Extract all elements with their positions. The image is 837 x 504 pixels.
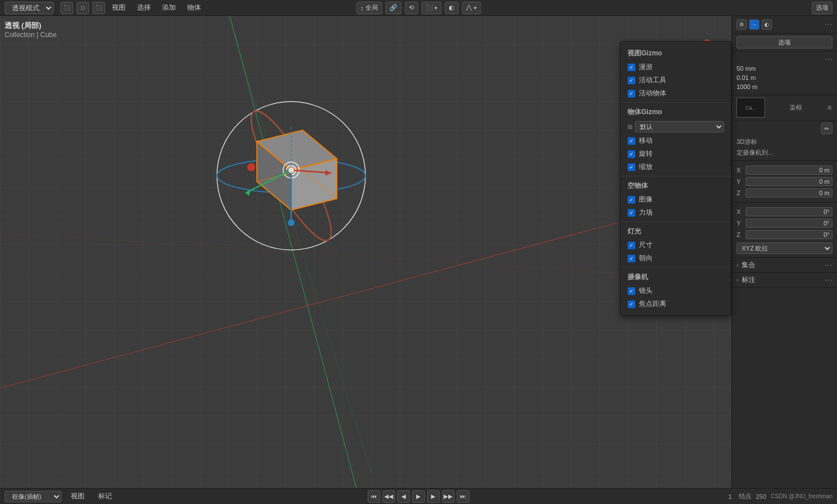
proportional-btn[interactable]: 🔗 xyxy=(385,2,401,14)
vertex-value: 250 xyxy=(756,493,766,500)
ry-input[interactable] xyxy=(746,219,832,228)
rot-mode-select[interactable]: XYZ 欧拉 xyxy=(737,243,832,254)
cb-focal-label: 焦点距离 xyxy=(639,299,666,309)
frame-number: 1 xyxy=(729,493,732,500)
gizmo-row-active-tool[interactable]: 活动工具 xyxy=(621,74,731,87)
gizmo-row-move[interactable]: 移动 xyxy=(621,134,731,147)
cb-size-label: 尺寸 xyxy=(639,240,653,250)
cb-move-label: 移动 xyxy=(639,136,653,146)
prev-frame-btn[interactable]: ◀ xyxy=(397,490,410,503)
top-center-controls: ↕ 全局 🔗 ⟲ ⬛ ▾ ◐ 八 ▾ xyxy=(356,2,481,14)
cb-direction-label: 朝向 xyxy=(639,253,653,263)
panel-icon-3[interactable]: ◐ xyxy=(762,19,772,30)
shading2-btn[interactable]: 八 ▾ xyxy=(462,2,481,14)
annotation-dots[interactable]: ⋯ xyxy=(824,276,832,285)
gizmo3d-label: 3D游标 xyxy=(737,138,757,146)
icon-global[interactable]: ⬛ xyxy=(61,2,73,14)
gizmo-row-lens[interactable]: 镜头 xyxy=(621,284,731,297)
bottom-right: 1 结点 250 CSDN @JNU_freshman xyxy=(729,492,832,501)
cb-navigate-label: 漫游 xyxy=(639,62,653,72)
menu-view[interactable]: 视图 xyxy=(107,2,130,14)
v1-row: 50 mm xyxy=(737,64,832,73)
icon-obj1[interactable]: □ xyxy=(77,2,89,14)
cb-image-label: 图像 xyxy=(639,195,653,204)
camera-preview: Ca... xyxy=(737,98,765,118)
options-label[interactable]: 选项 xyxy=(737,36,832,49)
viewport-mode-select[interactable]: 框像(插帧) xyxy=(5,491,62,502)
panel-options-btn[interactable]: ⋯ xyxy=(824,20,832,29)
cb-lens[interactable] xyxy=(627,287,635,295)
cb-scale[interactable] xyxy=(627,163,635,171)
gizmo-row-size[interactable]: 尺寸 xyxy=(621,239,731,252)
view-gizmo-title: 视图Gizmo xyxy=(621,46,731,61)
icon-obj2[interactable]: ⬛ xyxy=(92,2,105,14)
divider-4 xyxy=(621,267,731,268)
gizmo-row-direction[interactable]: 朝向 xyxy=(621,252,731,265)
annotation-section[interactable]: › 标注 ⋯ xyxy=(732,273,837,288)
rx-row: X xyxy=(737,206,832,217)
gizmo-row-focal[interactable]: 焦点距离 xyxy=(621,297,731,311)
eyedropper-btn[interactable]: ✏ xyxy=(821,123,832,134)
svg-point-18 xyxy=(247,163,255,171)
cb-rotate[interactable] xyxy=(627,150,635,158)
camera-to-row: 定摄像机到... xyxy=(737,147,832,158)
mode-selector[interactable]: 透视模式 xyxy=(5,2,54,14)
z-coord-row: Z xyxy=(737,187,832,199)
gizmo-row-active-obj[interactable]: 活动物体 xyxy=(621,87,731,100)
values-dots[interactable]: ⋯ xyxy=(737,55,832,64)
empty-obj-title: 空物体 xyxy=(621,179,731,193)
gizmo-row-scale[interactable]: 缩放 xyxy=(621,160,731,174)
collection-section[interactable]: › 集合 ⋯ xyxy=(732,258,837,273)
viewport[interactable]: 透视 (局部) Collection | Cube xyxy=(0,16,837,488)
gizmo-row-navigate[interactable]: 漫游 xyxy=(621,61,731,74)
cb-navigate[interactable] xyxy=(627,63,635,71)
divider-3 xyxy=(621,221,731,222)
play-end-btn[interactable]: ⏭ xyxy=(457,490,469,503)
cb-direction[interactable] xyxy=(627,255,635,263)
watermark: CSDN @JNU_freshman xyxy=(771,493,832,499)
rz-input[interactable] xyxy=(746,230,832,239)
step-fwd-btn[interactable]: ▶▶ xyxy=(442,490,454,503)
menu-object[interactable]: 物体 xyxy=(183,2,206,14)
menu-add[interactable]: 添加 xyxy=(158,2,180,14)
rx-input[interactable] xyxy=(746,207,832,216)
collection-arrow: › xyxy=(737,262,738,268)
panel-icon-2[interactable]: → xyxy=(749,19,759,30)
y-label: Y xyxy=(737,178,746,185)
cb-move[interactable] xyxy=(627,137,635,145)
overlay-btn[interactable]: ⬛ ▾ xyxy=(421,2,441,14)
close-btn[interactable]: ✕ xyxy=(827,104,832,112)
gizmo-row-image[interactable]: 图像 xyxy=(621,193,731,206)
object-gizmo-title: 物体Gizmo xyxy=(621,105,731,119)
snap-btn[interactable]: ↕ 全局 xyxy=(356,2,382,14)
collection-dots[interactable]: ⋯ xyxy=(824,261,832,270)
cb-image[interactable] xyxy=(627,196,635,204)
bottom-mark[interactable]: 标记 xyxy=(94,490,116,502)
gizmo-row-force[interactable]: 力场 xyxy=(621,206,731,219)
gizmo-popup: 视图Gizmo 漫游 活动工具 活动物体 物体Gizmo ⊞ 默认 移动 xyxy=(620,41,731,316)
collection-label: 集合 xyxy=(742,260,755,270)
object-gizmo-select[interactable]: 默认 xyxy=(635,121,724,132)
next-frame-btn[interactable]: ▶ xyxy=(427,490,440,503)
cb-force[interactable] xyxy=(627,209,635,217)
gizmo-row-rotate[interactable]: 旋转 xyxy=(621,147,731,160)
cb-active-obj[interactable] xyxy=(627,90,635,98)
panel-icon-1[interactable]: ⚙ xyxy=(737,19,747,30)
play-start-btn[interactable]: ⏮ xyxy=(368,490,380,503)
options-btn[interactable]: 选项 xyxy=(812,2,832,14)
y-input[interactable] xyxy=(746,177,832,186)
play-btn[interactable]: ▶ xyxy=(412,490,425,503)
mirror-btn[interactable]: ⟲ xyxy=(405,2,418,14)
cb-focal[interactable] xyxy=(627,300,635,308)
cb-size[interactable] xyxy=(627,241,635,249)
menu-select[interactable]: 选择 xyxy=(132,2,155,14)
right-panel: ⚙ → ◐ ⋯ 选项 ⋯ 50 mm 0.01 m 1000 m Ca... 染… xyxy=(731,16,837,488)
shading-btn[interactable]: ◐ xyxy=(445,2,458,14)
x-input[interactable] xyxy=(746,166,832,175)
cb-active-tool[interactable] xyxy=(627,76,635,84)
step-back-btn[interactable]: ◀◀ xyxy=(383,490,395,503)
object-gizmo-dropdown-row: ⊞ 默认 xyxy=(621,119,731,134)
z-input[interactable] xyxy=(746,188,832,197)
playback-controls: ⏮ ◀◀ ◀ ▶ ▶ ▶▶ ⏭ xyxy=(368,490,469,503)
bottom-view[interactable]: 视图 xyxy=(66,490,89,502)
